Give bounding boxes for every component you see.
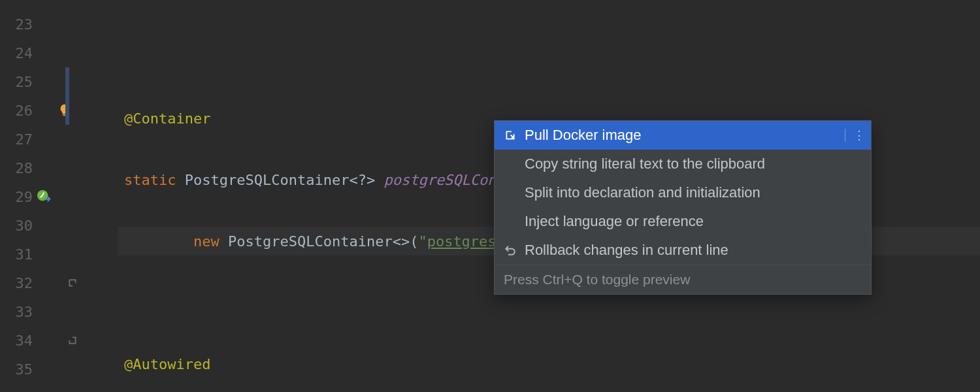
- annotation: @Autowired: [124, 356, 210, 372]
- vcs-change-marker[interactable]: [65, 96, 69, 125]
- code-line[interactable]: @Autowired: [118, 350, 980, 378]
- line-number: 27: [0, 131, 33, 148]
- line-number: 28: [0, 160, 33, 176]
- intention-action-split-declaration[interactable]: Split into declaration and initializatio…: [495, 178, 871, 207]
- line-number: 34: [0, 333, 33, 349]
- intention-actions-popup: Pull Docker image ⋮ Copy string literal …: [494, 120, 872, 295]
- gutter-row[interactable]: 32: [0, 269, 118, 297]
- gutter-row[interactable]: 34: [0, 326, 118, 355]
- line-number: 25: [0, 74, 33, 90]
- intention-label: Copy string literal text to the clipboar…: [525, 155, 765, 172]
- gutter-row[interactable]: 31: [0, 240, 118, 269]
- keyword: new: [193, 233, 220, 250]
- line-number: 31: [0, 246, 33, 263]
- gutter-row[interactable]: 33: [0, 297, 118, 326]
- fold-start-icon[interactable]: [65, 276, 80, 290]
- intention-action-pull-docker-image[interactable]: Pull Docker image ⋮: [495, 121, 871, 150]
- line-number: 26: [0, 103, 33, 119]
- popup-hint: Press Ctrl+Q to toggle preview: [495, 265, 871, 294]
- line-number: 23: [0, 16, 33, 33]
- type: PostgreSQLContainer: [185, 172, 350, 188]
- line-number: 33: [0, 304, 33, 320]
- intention-label: Split into declaration and initializatio…: [525, 184, 760, 201]
- gutter-row[interactable]: 25: [0, 67, 118, 96]
- gutter-row[interactable]: 35: [0, 355, 118, 384]
- intention-label: Inject language or reference: [525, 213, 704, 230]
- vcs-change-marker[interactable]: [65, 67, 69, 96]
- type: PostgreSQLContainer: [228, 233, 393, 250]
- gutter-row[interactable]: 23: [0, 10, 118, 39]
- intention-action-rollback-changes[interactable]: Rollback changes in current line: [495, 236, 871, 265]
- line-number: 35: [0, 361, 33, 378]
- intention-label: Pull Docker image: [525, 127, 642, 144]
- intention-action-inject-language[interactable]: Inject language or reference: [495, 207, 871, 236]
- gutter-row[interactable]: 26: [0, 96, 118, 125]
- separator: [845, 129, 845, 142]
- rollback-icon: [502, 244, 518, 256]
- intention-action-copy-string-literal[interactable]: Copy string literal text to the clipboar…: [495, 150, 871, 178]
- gutter: 23 24 25 26: [0, 0, 118, 392]
- intention-label: Rollback changes in current line: [525, 242, 728, 259]
- spring-bean-icon[interactable]: [37, 189, 51, 204]
- keyword: static: [124, 172, 176, 188]
- gutter-row[interactable]: 30: [0, 211, 118, 240]
- line-number: 30: [0, 218, 33, 234]
- gutter-row[interactable]: 27: [0, 125, 118, 154]
- download-icon: [502, 129, 518, 141]
- fold-end-icon[interactable]: [65, 333, 80, 348]
- code-line[interactable]: [118, 42, 980, 71]
- line-number: 32: [0, 275, 33, 291]
- gutter-row[interactable]: 28: [0, 154, 118, 182]
- line-number: 24: [0, 45, 33, 61]
- gutter-row[interactable]: 24: [0, 39, 118, 67]
- lightbulb-icon[interactable]: [57, 103, 72, 118]
- gutter-row[interactable]: 29: [0, 182, 118, 211]
- more-options-icon[interactable]: ⋮: [853, 129, 863, 141]
- line-number: 29: [0, 189, 33, 205]
- annotation: @Container: [124, 110, 210, 127]
